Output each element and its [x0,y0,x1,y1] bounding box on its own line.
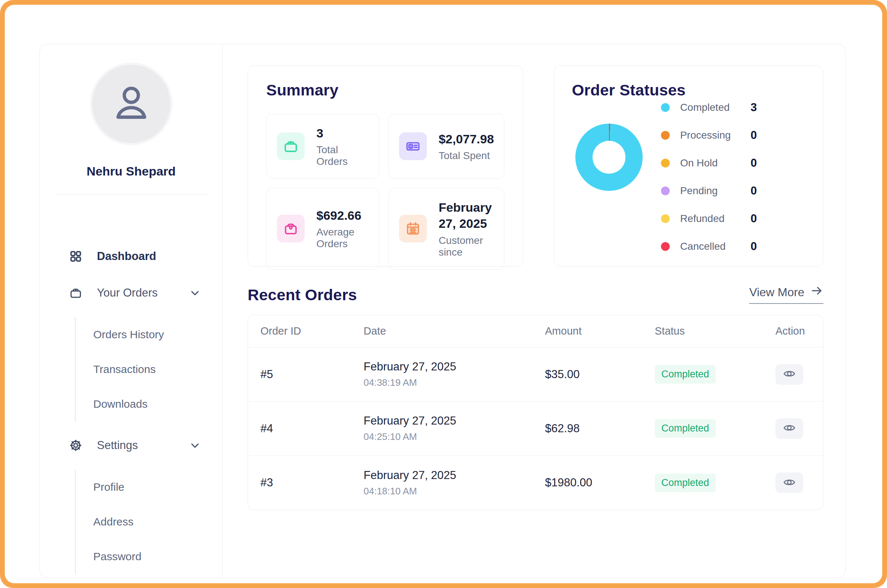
legend-item-pending: Pending 0 [661,177,806,205]
stat-tile-average-orders: $692.66 Average Orders [266,188,379,269]
banknote-icon: $ [399,132,427,160]
table-row: #4 February 27, 2025 04:25:10 AM $62.98 … [248,402,823,456]
order-date: February 27, 2025 [363,360,545,374]
action-cell [776,472,810,493]
sidebar-item-dashboard[interactable]: Dashboard [69,238,201,274]
gear-icon [69,439,82,452]
sidebar: Nehru Shepard Dashboard [40,44,223,578]
legend-count: 3 [750,101,806,114]
legend-dot [661,159,670,168]
bag-icon [69,286,82,300]
top-cards-row: Summary [248,66,823,267]
stat-text: $2,077.98 Total Spent [438,131,494,162]
view-order-button[interactable] [776,472,803,493]
recent-orders-title: Recent Orders [248,286,357,304]
column-header-date: Date [363,325,545,337]
amount-cell: $35.00 [545,368,655,381]
recent-orders-table: Order ID Date Amount Status Action #5 Fe… [248,315,823,510]
column-header-order-id: Order ID [260,325,363,337]
legend-dot [661,214,670,223]
stat-tile-total-orders: 3 Total Orders [266,114,379,179]
status-badge: Completed [655,419,716,438]
order-statuses-legend: Completed 3 Processing 0 On Hold [661,94,806,260]
sidebar-item-your-orders[interactable]: Your Orders [69,274,201,311]
sidebar-item-settings[interactable]: Settings [69,427,201,464]
sidebar-item-orders-history[interactable]: Orders History [93,317,201,352]
action-cell [776,418,810,439]
sidebar-item-downloads[interactable]: Downloads [93,387,201,421]
sidebar-item-label: Profile [93,481,125,493]
chevron-down-icon[interactable] [189,439,201,452]
your-orders-submenu: Orders History Transactions Downloads [75,317,201,421]
stat-value: 3 [317,125,369,141]
view-order-button[interactable] [776,364,803,385]
table-row: #3 February 27, 2025 04:18:10 AM $1980.0… [248,456,823,510]
legend-item-refunded: Refunded 0 [661,205,806,232]
sidebar-item-profile[interactable]: Profile [93,470,201,504]
legend-label: Processing [680,129,731,141]
amount-cell: $62.98 [545,422,655,435]
sidebar-item-label: Address [93,516,134,528]
legend-count: 0 [750,129,806,142]
legend-label: On Hold [680,157,717,169]
legend-count: 0 [750,184,806,198]
date-cell: February 27, 2025 04:25:10 AM [363,414,545,442]
status-badge: Completed [655,474,716,492]
page-background: Nehru Shepard Dashboard [5,5,882,583]
order-time: 04:25:10 AM [363,431,545,442]
amount-cell: $1980.00 [545,476,655,489]
legend-label: Completed [680,102,729,113]
status-cell: Completed [655,365,776,384]
stat-text: 3 Total Orders [317,125,369,168]
date-cell: February 27, 2025 04:18:10 AM [363,469,545,497]
stat-text: February 27, 2025 Customer since [438,199,494,258]
account-dashboard-card: Nehru Shepard Dashboard [39,44,846,578]
legend-item-on-hold: On Hold 0 [661,149,806,177]
sidebar-item-label: Settings [97,439,138,452]
stat-tile-total-spent: $ $2,077.98 Total Spent [389,114,504,179]
status-badge: Completed [655,365,716,384]
sidebar-item-password[interactable]: Password [93,539,201,574]
stat-tile-customer-since: February 27, 2025 Customer since [389,188,504,269]
order-time: 04:18:10 AM [363,486,545,497]
table-row: #5 February 27, 2025 04:38:19 AM $35.00 … [248,347,823,402]
user-icon [108,80,155,128]
column-header-status: Status [655,325,776,337]
eye-icon [783,476,796,490]
summary-tiles: 3 Total Orders $ [266,114,504,270]
stat-value: $2,077.98 [438,131,494,147]
order-statuses-donut-chart [575,124,643,191]
sidebar-item-label: Your Orders [97,286,158,300]
order-id-cell: #3 [260,476,363,489]
legend-dot [661,186,670,195]
sidebar-item-label: Orders History [93,328,164,341]
view-more-link[interactable]: View More [749,284,823,304]
legend-count: 0 [750,156,806,170]
legend-dot [661,242,670,251]
recent-orders-header: Recent Orders View More [248,284,823,304]
sidebar-item-address[interactable]: Address [93,504,201,539]
legend-label: Pending [680,185,717,197]
calendar-icon [399,214,427,243]
status-cell: Completed [655,474,776,492]
column-header-amount: Amount [545,325,655,337]
avatar [90,63,173,145]
legend-item-cancelled: Cancelled 0 [661,232,806,260]
chevron-down-icon[interactable] [189,286,201,299]
legend-count: 0 [750,240,806,253]
eye-icon [783,421,796,435]
order-time: 04:38:19 AM [363,377,545,388]
legend-item-completed: Completed 3 [661,94,806,122]
date-cell: February 27, 2025 04:38:19 AM [363,360,545,388]
sidebar-item-label: Transactions [93,363,156,375]
sidebar-item-label: Downloads [93,398,147,410]
stat-label: Average Orders [317,226,369,250]
legend-dot [661,103,670,112]
status-cell: Completed [655,419,776,438]
stat-label: Customer since [438,235,494,258]
view-order-button[interactable] [776,418,803,439]
sidebar-item-label: Password [93,550,141,563]
sidebar-item-transactions[interactable]: Transactions [93,352,201,387]
box-icon [277,132,305,160]
table-header-row: Order ID Date Amount Status Action [248,315,823,347]
